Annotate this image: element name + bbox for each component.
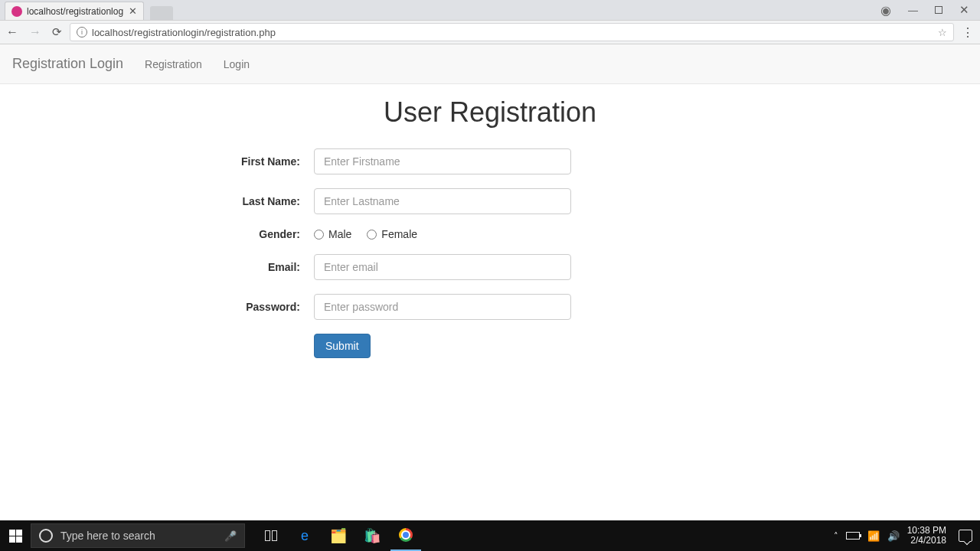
cortana-placeholder: Type here to search [60, 530, 155, 542]
tray-overflow-icon[interactable]: ˄ [834, 531, 838, 541]
url-text: localhost/registrationlogin/registration… [92, 27, 276, 38]
favicon-icon [11, 6, 22, 17]
radio-male-text: Male [328, 228, 351, 240]
cortana-icon [39, 529, 53, 543]
label-firstname: First Name: [153, 155, 314, 168]
maximize-button[interactable] [935, 6, 942, 14]
label-email: Email: [153, 261, 314, 273]
password-input[interactable] [314, 294, 571, 320]
mic-icon[interactable]: 🎤 [224, 530, 237, 542]
browser-tab-active[interactable]: localhost/registrationlog ✕ [5, 2, 144, 20]
submit-button[interactable]: Submit [314, 334, 371, 358]
label-password: Password: [153, 301, 314, 313]
site-navbar: Registration Login Registration Login [0, 44, 980, 84]
taskbar-clock[interactable]: 10:38 PM 2/4/2018 [907, 526, 946, 546]
task-view-button[interactable] [256, 520, 286, 551]
browser-tabstrip: localhost/registrationlog ✕ ◉ — ✕ [0, 0, 980, 20]
label-lastname: Last Name: [153, 195, 314, 207]
radio-female[interactable] [367, 230, 377, 240]
radio-female-label[interactable]: Female [367, 228, 417, 240]
nav-buttons: ← → ⟳ [6, 25, 62, 39]
taskbar-pinned: e 🗂️ 🛍️ [256, 520, 421, 551]
firstname-input[interactable] [314, 148, 571, 174]
radio-female-text: Female [381, 228, 417, 240]
clock-date: 2/4/2018 [907, 536, 946, 546]
edge-icon[interactable]: e [289, 520, 320, 551]
site-info-icon[interactable]: i [77, 27, 87, 37]
forward-button[interactable]: → [29, 25, 41, 39]
registration-form: First Name: Last Name: Gender: Male Fema… [153, 148, 827, 358]
navbar-brand[interactable]: Registration Login [12, 56, 123, 72]
page-content: User Registration First Name: Last Name:… [0, 84, 980, 358]
address-bar[interactable]: i localhost/registrationlogin/registrati… [70, 23, 954, 41]
bookmark-star-icon[interactable]: ☆ [938, 27, 947, 38]
radio-male[interactable] [314, 230, 324, 240]
window-controls: ◉ — ✕ [880, 0, 980, 20]
file-explorer-icon[interactable]: 🗂️ [323, 520, 354, 551]
close-window-button[interactable]: ✕ [959, 3, 969, 17]
windows-taskbar: Type here to search 🎤 e 🗂️ 🛍️ ˄ 📶 🔊 10:3… [0, 520, 980, 551]
battery-icon[interactable] [846, 532, 860, 540]
email-input[interactable] [314, 254, 571, 280]
system-tray: ˄ 📶 🔊 10:38 PM 2/4/2018 [834, 526, 980, 546]
page-title: User Registration [0, 96, 980, 129]
lastname-input[interactable] [314, 188, 571, 214]
radio-male-label[interactable]: Male [314, 228, 351, 240]
chrome-logo-icon [399, 528, 413, 542]
wifi-icon[interactable]: 📶 [867, 530, 880, 542]
volume-icon[interactable]: 🔊 [887, 530, 900, 542]
nav-link-login[interactable]: Login [224, 58, 250, 70]
browser-toolbar: ← → ⟳ i localhost/registrationlogin/regi… [0, 20, 980, 44]
cortana-search[interactable]: Type here to search 🎤 [31, 523, 245, 548]
new-tab-button[interactable] [150, 6, 173, 20]
label-gender: Gender: [153, 228, 314, 240]
store-icon[interactable]: 🛍️ [357, 520, 387, 551]
chrome-menu-button[interactable]: ⋮ [962, 25, 974, 40]
windows-logo-icon [9, 530, 22, 543]
start-button[interactable] [0, 520, 31, 551]
close-tab-icon[interactable]: ✕ [129, 6, 137, 16]
account-icon[interactable]: ◉ [880, 3, 891, 18]
nav-link-registration[interactable]: Registration [145, 58, 202, 70]
action-center-icon[interactable] [959, 530, 972, 542]
chrome-taskbar-icon[interactable] [390, 520, 421, 551]
tab-title: localhost/registrationlog [27, 6, 124, 17]
back-button[interactable]: ← [6, 25, 18, 39]
reload-button[interactable]: ⟳ [52, 25, 62, 39]
minimize-button[interactable]: — [908, 5, 918, 16]
